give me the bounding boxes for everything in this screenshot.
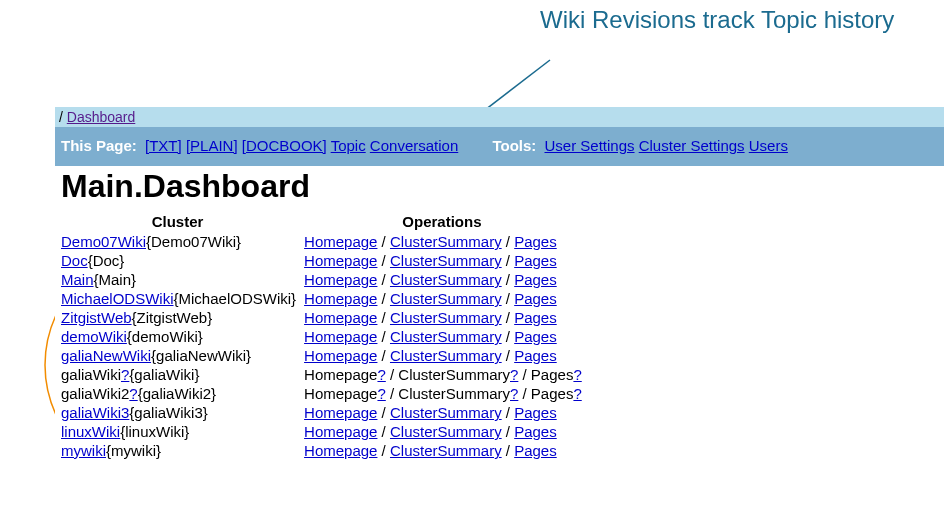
op-clustersummary[interactable]: ClusterSummary [390,290,502,307]
op-clustersummary[interactable]: ClusterSummary [390,271,502,288]
cluster-link[interactable]: mywiki [61,442,106,459]
op-homepage[interactable]: Homepage [304,233,377,250]
op-pages[interactable]: Pages [514,233,557,250]
table-row: Demo07Wiki{Demo07Wiki}Homepage / Cluster… [61,232,590,251]
page-title: Main.Dashboard [61,168,938,205]
cluster-cell: Doc{Doc} [61,251,304,270]
operations-cell: Homepage / ClusterSummary / Pages [304,441,590,460]
breadcrumb-slash: / [59,109,63,125]
separator: / [386,385,399,402]
operations-cell: Homepage? / ClusterSummary? / Pages? [304,365,590,384]
table-row: Doc{Doc}Homepage / ClusterSummary / Page… [61,251,590,270]
cluster-cell: Main{Main} [61,270,304,289]
op-clustersummary[interactable]: ClusterSummary [390,252,502,269]
link-plain[interactable]: [PLAIN] [186,137,238,154]
op-q[interactable]: ? [377,385,385,402]
op-homepage[interactable]: Homepage [304,423,377,440]
table-row: mywiki{mywiki}Homepage / ClusterSummary … [61,441,590,460]
link-conversation[interactable]: Conversation [370,137,458,154]
cluster-link[interactable]: Main [61,271,94,288]
link-txt[interactable]: [TXT] [145,137,182,154]
link-topic[interactable]: Topic [331,137,366,154]
op-clustersummary[interactable]: ClusterSummary [390,404,502,421]
separator: / [377,271,390,288]
op-clustersummary[interactable]: ClusterSummary [390,328,502,345]
separator: / [502,404,515,421]
cluster-brace: {demoWiki} [127,328,203,345]
this-page-label: This Page: [61,137,137,154]
cluster-brace: {Doc} [88,252,125,269]
separator: / [377,233,390,250]
table-row: galiaWiki2?{galiaWiki2}Homepage? / Clust… [61,384,590,403]
annotation-text: Wiki Revisions track Topic history [540,6,944,35]
content-area: Main.Dashboard Cluster Operations Demo07… [55,166,944,460]
cluster-brace: {galiaWiki2} [138,385,216,402]
op-homepage[interactable]: Homepage [304,309,377,326]
col-header-cluster: Cluster [61,211,304,232]
breadcrumb-dashboard[interactable]: Dashboard [67,109,136,125]
op-homepage[interactable]: Homepage [304,404,377,421]
op-pages[interactable]: Pages [514,271,557,288]
table-row: galiaWiki?{galiaWiki}Homepage? / Cluster… [61,365,590,384]
cluster-brace: {Demo07Wiki} [146,233,241,250]
op-homepage[interactable]: Homepage [304,252,377,269]
separator: / [502,423,515,440]
cluster-brace: {galiaWiki} [129,366,199,383]
op-homepage[interactable]: Homepage [304,347,377,364]
separator: / [502,328,515,345]
op-homepage[interactable]: Homepage [304,290,377,307]
link-docbook[interactable]: [DOCBOOK] [242,137,327,154]
op-pages[interactable]: Pages [514,423,557,440]
table-row: linuxWiki{linuxWiki}Homepage / ClusterSu… [61,422,590,441]
operations-cell: Homepage / ClusterSummary / Pages [304,289,590,308]
op-homepage[interactable]: Homepage [304,442,377,459]
op-clustersummary[interactable]: ClusterSummary [390,233,502,250]
cluster-cell: demoWiki{demoWiki} [61,327,304,346]
op-pages[interactable]: Pages [514,347,557,364]
cluster-q[interactable]: ? [129,385,137,402]
op-clustersummary[interactable]: ClusterSummary [390,309,502,326]
op-clustersummary[interactable]: ClusterSummary [390,347,502,364]
op-q[interactable]: ? [377,366,385,383]
op-pages[interactable]: Pages [514,328,557,345]
op-homepage[interactable]: Homepage [304,328,377,345]
cluster-link[interactable]: ZitgistWeb [61,309,132,326]
cluster-brace: {MichaelODSWiki} [174,290,297,307]
operations-cell: Homepage? / ClusterSummary? / Pages? [304,384,590,403]
link-user-settings[interactable]: User Settings [544,137,634,154]
op-q[interactable]: ? [573,385,581,402]
op-q[interactable]: ? [573,366,581,383]
cluster-cell: galiaNewWiki{galiaNewWiki} [61,346,304,365]
op-homepage[interactable]: Homepage [304,271,377,288]
op-clustersummary[interactable]: ClusterSummary [390,442,502,459]
col-header-operations: Operations [304,211,590,232]
cluster-link[interactable]: demoWiki [61,328,127,345]
cluster-table: Cluster Operations Demo07Wiki{Demo07Wiki… [61,211,590,460]
cluster-brace: {Main} [94,271,137,288]
op-homepage-text: Homepage [304,385,377,402]
cluster-cell: galiaWiki?{galiaWiki} [61,365,304,384]
op-pages[interactable]: Pages [514,309,557,326]
operations-cell: Homepage / ClusterSummary / Pages [304,308,590,327]
operations-cell: Homepage / ClusterSummary / Pages [304,251,590,270]
table-row: Main{Main}Homepage / ClusterSummary / Pa… [61,270,590,289]
link-users[interactable]: Users [749,137,788,154]
cluster-link[interactable]: Doc [61,252,88,269]
cluster-link[interactable]: MichaelODSWiki [61,290,174,307]
cluster-link[interactable]: Demo07Wiki [61,233,146,250]
cluster-cell: galiaWiki3{galiaWiki3} [61,403,304,422]
cluster-cell: MichaelODSWiki{MichaelODSWiki} [61,289,304,308]
op-pages[interactable]: Pages [514,290,557,307]
cluster-link[interactable]: galiaNewWiki [61,347,151,364]
op-pages[interactable]: Pages [514,442,557,459]
link-cluster-settings[interactable]: Cluster Settings [639,137,745,154]
operations-cell: Homepage / ClusterSummary / Pages [304,270,590,289]
cluster-cell: mywiki{mywiki} [61,441,304,460]
cluster-brace: {galiaNewWiki} [151,347,251,364]
cluster-link[interactable]: galiaWiki3 [61,404,129,421]
operations-cell: Homepage / ClusterSummary / Pages [304,422,590,441]
op-clustersummary[interactable]: ClusterSummary [390,423,502,440]
cluster-link[interactable]: linuxWiki [61,423,120,440]
op-pages[interactable]: Pages [514,404,557,421]
op-pages[interactable]: Pages [514,252,557,269]
